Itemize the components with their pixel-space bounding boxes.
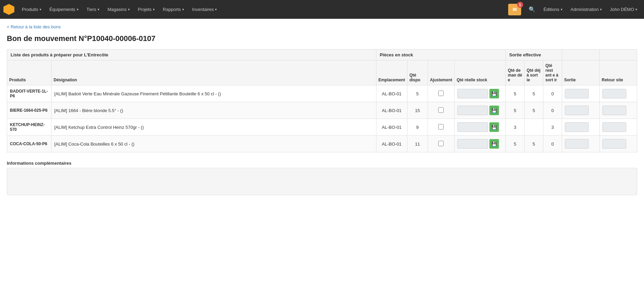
table-row: COCA-COLA-50-P6 [ALIM] Coca-Cola Bouteil… (7, 136, 637, 152)
navbar: Produits ▾ Équipements ▾ Tiers ▾ Magasin… (0, 0, 644, 19)
nav-magasins[interactable]: Magasins ▾ (104, 5, 133, 14)
retour-input[interactable] (602, 89, 626, 98)
nav-equipements[interactable]: Équipements ▾ (46, 5, 82, 14)
th-qte-mandee: Qté de man dé e (506, 60, 525, 85)
th-section-products: Liste des produits à préparer pour L'Ent… (7, 50, 376, 60)
cell-produit: BIERE-1664-025-P6 (7, 102, 52, 119)
save-button[interactable]: 💾 (489, 122, 499, 132)
th-qte-restante: Qté rest ant e à sort ir (543, 60, 562, 85)
qte-reelle-input[interactable] (457, 89, 488, 98)
cell-qte-reelle[interactable]: 💾 (455, 102, 506, 119)
cell-emplacement: AL-BO-01 (376, 85, 407, 102)
app-logo (3, 4, 14, 15)
save-button[interactable]: 💾 (489, 89, 499, 98)
info-box[interactable] (7, 168, 637, 195)
cell-retour[interactable] (600, 136, 637, 152)
cell-sortie[interactable] (562, 102, 600, 119)
cell-sortie[interactable] (562, 119, 600, 136)
th-designation: Désignation (52, 60, 376, 85)
nav-editions[interactable]: Éditions ▾ (540, 5, 566, 14)
qte-reelle-input[interactable] (457, 139, 488, 149)
cell-emplacement: AL-BO-01 (376, 119, 407, 136)
cell-qte-mandee: 5 (506, 102, 525, 119)
cell-retour[interactable] (600, 85, 637, 102)
sortie-input[interactable] (565, 139, 589, 149)
cell-qte-restante: 0 (543, 102, 562, 119)
chevron-down-icon: ▾ (215, 8, 217, 11)
cell-designation: [ALIM] Coca-Cola Bouteilles 6 x 50 cl - … (52, 136, 376, 152)
cell-qte-reelle[interactable]: 💾 (455, 119, 506, 136)
qte-reelle-input[interactable] (457, 106, 488, 115)
nav-produits[interactable]: Produits ▾ (18, 5, 45, 14)
main-content: < Retour à la liste des bons Bon de mouv… (0, 19, 644, 201)
th-ajustement: Ajustement (428, 60, 454, 85)
cell-qte-deja: 5 (525, 85, 543, 102)
nav-administration[interactable]: Administration ▾ (567, 5, 605, 14)
info-label: Informations complémentaires (7, 161, 637, 166)
chevron-down-icon: ▾ (182, 8, 184, 11)
cell-qte-mandee: 3 (506, 119, 525, 136)
nav-tiers[interactable]: Tiers ▾ (83, 5, 103, 14)
cell-sortie[interactable] (562, 136, 600, 152)
sortie-input[interactable] (565, 122, 589, 132)
ajustement-checkbox[interactable] (438, 91, 444, 96)
cell-qte-deja: 5 (525, 136, 543, 152)
th-sortie: Sortie (562, 60, 600, 85)
ajustement-checkbox[interactable] (438, 141, 444, 146)
chevron-down-icon: ▾ (153, 8, 155, 11)
nav-rapports[interactable]: Rapports ▾ (159, 5, 187, 14)
cell-retour[interactable] (600, 119, 637, 136)
chevron-down-icon: ▾ (635, 8, 637, 11)
cell-produit: BADOIT-VERTE-1L-P6 (7, 85, 52, 102)
chevron-down-icon: ▾ (561, 8, 562, 11)
cell-qte-restante: 0 (543, 136, 562, 152)
th-sortie-empty (562, 50, 600, 60)
search-button[interactable]: 🔍 (525, 4, 539, 15)
nav-inventaires[interactable]: Inventaires ▾ (189, 5, 220, 14)
sortie-input[interactable] (565, 106, 589, 115)
save-button[interactable]: 💾 (489, 106, 499, 115)
sortie-input[interactable] (565, 89, 589, 98)
chevron-down-icon: ▾ (77, 8, 78, 11)
th-retour: Retour site (600, 60, 637, 85)
cell-qte-reelle[interactable]: 💾 (455, 85, 506, 102)
info-section: Informations complémentaires (7, 161, 637, 195)
cell-qte-dispo: 9 (407, 119, 428, 136)
cell-qte-reelle[interactable]: 💾 (455, 136, 506, 152)
messages-button[interactable]: ✉ 1 (508, 4, 521, 15)
th-produits: Produits (7, 60, 52, 85)
th-pieces-stock: Pièces en stock (376, 50, 505, 60)
cell-ajustement (428, 119, 454, 136)
cell-qte-dispo: 15 (407, 102, 428, 119)
retour-input[interactable] (602, 122, 626, 132)
chevron-down-icon: ▾ (40, 8, 41, 11)
cell-ajustement (428, 85, 454, 102)
message-count-badge: 1 (517, 2, 523, 8)
envelope-icon: ✉ (513, 7, 517, 12)
ajustement-checkbox[interactable] (438, 107, 444, 113)
cell-qte-restante: 0 (543, 85, 562, 102)
cell-retour[interactable] (600, 102, 637, 119)
nav-user[interactable]: John DÉMO ▾ (606, 5, 641, 14)
th-sortie-effective: Sortie effective (506, 50, 562, 60)
cell-qte-dispo: 11 (407, 136, 428, 152)
retour-input[interactable] (602, 139, 626, 149)
table-row: BIERE-1664-025-P6 [ALIM] 1664 - Bière bl… (7, 102, 637, 119)
nav-projets[interactable]: Projets ▾ (134, 5, 158, 14)
chevron-down-icon: ▾ (98, 8, 99, 11)
th-retour-empty (600, 50, 637, 60)
cell-designation: [ALIM] 1664 - Bière blonde 5.5° - () (52, 102, 376, 119)
cell-qte-deja: 5 (525, 102, 543, 119)
cell-sortie[interactable] (562, 85, 600, 102)
back-link[interactable]: < Retour à la liste des bons (7, 24, 61, 29)
cell-qte-mandee: 5 (506, 136, 525, 152)
th-qte-deja: Qté déj à sort ie (525, 60, 543, 85)
ajustement-checkbox[interactable] (438, 124, 444, 130)
cell-emplacement: AL-BO-01 (376, 102, 407, 119)
chevron-down-icon: ▾ (128, 8, 130, 11)
movement-table: Liste des produits à préparer pour L'Ent… (7, 49, 637, 152)
qte-reelle-input[interactable] (457, 122, 488, 132)
table-row: BADOIT-VERTE-1L-P6 [ALIM] Badoit Verte E… (7, 85, 637, 102)
save-button[interactable]: 💾 (489, 139, 499, 149)
retour-input[interactable] (602, 106, 626, 115)
